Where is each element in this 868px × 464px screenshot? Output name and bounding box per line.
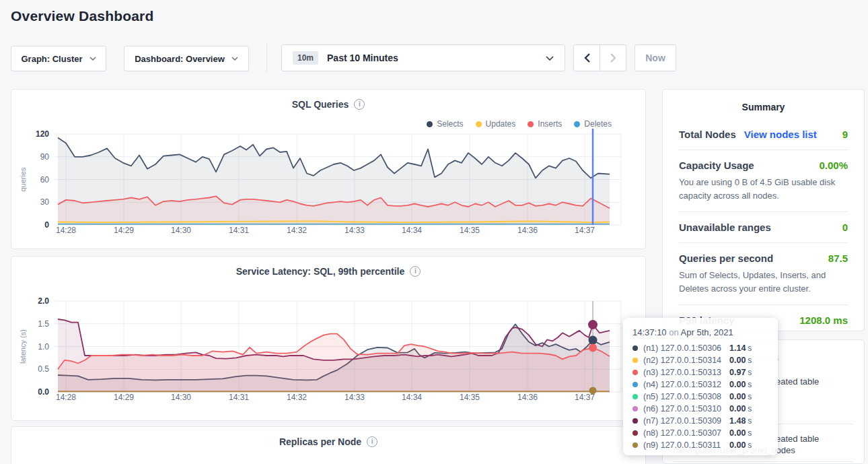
queries-per-second-value: 87.5 bbox=[828, 253, 848, 264]
sql-queries-chart[interactable]: 030609012014:2814:2914:3014:3114:3214:33… bbox=[11, 90, 647, 250]
x-tick-label: 14:36 bbox=[517, 393, 538, 402]
node-color-dot bbox=[632, 430, 638, 436]
node-latency-unit: s bbox=[748, 356, 752, 365]
node-latency-unit: s bbox=[748, 392, 752, 401]
node-color-dot bbox=[632, 442, 638, 448]
hover-marker bbox=[589, 344, 597, 352]
tooltip-date: Apr 5th, 2021 bbox=[681, 327, 733, 337]
node-latency-value: 0.97 bbox=[729, 368, 746, 377]
node-latency-value: 1.14 bbox=[729, 343, 746, 353]
node-latency-unit: s bbox=[748, 343, 752, 353]
x-tick-label: 14:33 bbox=[345, 393, 365, 402]
node-latency-unit: s bbox=[748, 416, 752, 426]
x-tick-label: 14:28 bbox=[56, 393, 76, 402]
node-color-dot bbox=[632, 394, 638, 399]
x-tick-label: 14:36 bbox=[517, 226, 538, 235]
y-tick-label: 90 bbox=[40, 152, 50, 162]
x-tick-label: 14:29 bbox=[114, 226, 134, 235]
graph-dropdown-label: Graph: Cluster bbox=[21, 54, 82, 64]
node-color-dot bbox=[632, 358, 638, 363]
time-range-dropdown[interactable]: 10m Past 10 Minutes bbox=[281, 44, 565, 71]
tooltip-node-row: (n4) 127.0.0.1:503120.00s bbox=[623, 378, 778, 391]
chevron-down-icon bbox=[89, 57, 96, 61]
tooltip-on: on bbox=[669, 327, 678, 337]
y-tick-label: 1.0 bbox=[38, 342, 49, 352]
chevron-down-icon bbox=[546, 56, 554, 61]
node-color-dot bbox=[632, 406, 638, 411]
time-forward-button[interactable] bbox=[600, 45, 626, 71]
dashboard-dropdown-label: Dashboard: Overview bbox=[135, 54, 225, 64]
node-address: (n9) 127.0.0.1:50311 bbox=[643, 440, 729, 450]
time-range-label: Past 10 Minutes bbox=[327, 53, 398, 63]
total-nodes-row: Total Nodes View nodes list 9 bbox=[679, 129, 848, 140]
tooltip-timestamp: 14:37:10 on Apr 5th, 2021 bbox=[623, 325, 778, 342]
graph-dropdown[interactable]: Graph: Cluster bbox=[11, 46, 106, 71]
y-tick-label: 0.5 bbox=[38, 364, 49, 374]
hover-marker bbox=[589, 336, 598, 345]
node-address: (n1) 127.0.0.1:50306 bbox=[643, 343, 729, 353]
x-tick-label: 14:35 bbox=[460, 393, 480, 402]
x-tick-label: 14:32 bbox=[287, 226, 307, 235]
node-latency-value: 0.00 bbox=[729, 404, 746, 413]
node-address: (n8) 127.0.0.1:50307 bbox=[643, 428, 729, 438]
info-icon[interactable]: i bbox=[367, 436, 377, 447]
total-nodes-value: 9 bbox=[842, 129, 848, 140]
x-tick-label: 14:35 bbox=[460, 226, 480, 235]
capacity-usage-description: You are using 0 B of 4.5 GiB usable disk… bbox=[679, 176, 848, 202]
queries-per-second-label: Queries per second bbox=[679, 253, 773, 264]
tooltip-node-row: (n3) 127.0.0.1:503130.97s bbox=[623, 366, 778, 378]
x-tick-label: 14:29 bbox=[114, 393, 134, 402]
node-latency-value: 0.00 bbox=[729, 392, 746, 401]
toolbar-divider bbox=[266, 43, 267, 73]
chart-tooltip: 14:37:10 on Apr 5th, 2021 (n1) 127.0.0.1… bbox=[623, 318, 778, 455]
now-button-label: Now bbox=[645, 53, 665, 63]
y-tick-label: 2.0 bbox=[38, 296, 49, 306]
summary-panel: Summary Total Nodes View nodes list 9 Ca… bbox=[662, 89, 865, 331]
tooltip-node-row: (n7) 127.0.0.1:503091.48s bbox=[623, 415, 778, 427]
capacity-usage-row: Capacity Usage 0.00% bbox=[679, 160, 848, 171]
divider bbox=[679, 150, 848, 150]
dashboard-dropdown[interactable]: Dashboard: Overview bbox=[124, 46, 249, 71]
y-tick-label: 30 bbox=[40, 197, 50, 207]
y-axis-unit-label: latency (s) bbox=[19, 329, 27, 364]
chevron-down-icon bbox=[231, 57, 238, 61]
y-tick-label: 1.5 bbox=[38, 319, 49, 329]
node-address: (n5) 127.0.0.1:50308 bbox=[643, 392, 729, 401]
x-tick-label: 14:33 bbox=[345, 226, 365, 235]
node-address: (n3) 127.0.0.1:50313 bbox=[643, 368, 729, 377]
tooltip-node-row: (n6) 127.0.0.1:503100.00s bbox=[623, 403, 778, 415]
x-tick-label: 14:37 bbox=[575, 226, 595, 235]
x-tick-label: 14:30 bbox=[171, 226, 191, 235]
node-address: (n7) 127.0.0.1:50309 bbox=[643, 416, 729, 426]
divider bbox=[674, 461, 853, 462]
y-tick-label: 120 bbox=[36, 129, 49, 139]
node-address: (n4) 127.0.0.1:50312 bbox=[643, 380, 729, 389]
now-button[interactable]: Now bbox=[635, 44, 676, 71]
node-latency-value: 1.48 bbox=[729, 416, 746, 426]
node-color-dot bbox=[632, 418, 638, 424]
y-axis-unit-label: queries bbox=[19, 167, 27, 192]
node-latency-unit: s bbox=[748, 404, 752, 413]
chevron-right-icon bbox=[610, 53, 616, 63]
time-back-button[interactable] bbox=[574, 45, 600, 71]
p99-latency-value: 1208.0 ms bbox=[799, 314, 848, 326]
summary-title: Summary bbox=[679, 102, 848, 112]
node-latency-value: 0.00 bbox=[729, 356, 746, 365]
tooltip-node-row: (n2) 127.0.0.1:503140.00s bbox=[623, 354, 778, 366]
page-title: Overview Dashboard bbox=[11, 8, 154, 24]
replicas-per-node-panel: Replicas per Node i bbox=[11, 426, 646, 464]
unavailable-ranges-row: Unavailable ranges 0 bbox=[679, 222, 848, 233]
tooltip-node-row: (n9) 127.0.0.1:503110.00s bbox=[623, 439, 778, 451]
node-latency-unit: s bbox=[748, 368, 752, 377]
x-tick-label: 14:31 bbox=[229, 226, 249, 235]
x-tick-label: 14:30 bbox=[171, 393, 191, 402]
tooltip-time: 14:37:10 bbox=[632, 327, 667, 337]
total-nodes-label: Total Nodes bbox=[679, 129, 736, 140]
divider bbox=[679, 304, 848, 305]
node-color-dot bbox=[632, 345, 638, 351]
service-latency-chart[interactable]: 0.00.51.01.52.014:2814:2914:3014:3114:32… bbox=[11, 257, 647, 422]
sql-queries-panel: SQL Queries i SelectsUpdatesInsertsDelet… bbox=[11, 89, 646, 249]
node-address: (n6) 127.0.0.1:50310 bbox=[643, 404, 729, 413]
view-nodes-list-link[interactable]: View nodes list bbox=[744, 129, 817, 140]
tooltip-node-row: (n5) 127.0.0.1:503080.00s bbox=[623, 391, 778, 403]
